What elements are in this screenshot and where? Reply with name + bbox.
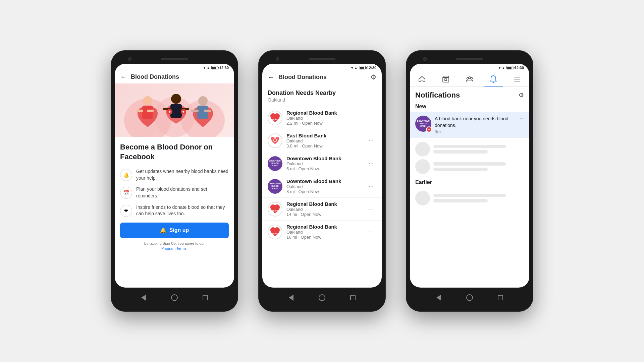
more-options-1[interactable]: ··· <box>366 136 376 145</box>
svg-rect-6 <box>147 110 154 112</box>
phone-3-camera <box>423 57 427 61</box>
bank-distance-0: 2.2 mi · Open Now <box>286 121 323 126</box>
back-button-1[interactable]: ← <box>120 73 127 81</box>
bank-details-0: Oakland 2.2 mi · Open Now <box>286 116 362 126</box>
svg-rect-24 <box>443 77 449 82</box>
bank-name-5: Regional Blood Bank <box>286 224 362 230</box>
more-options-3[interactable]: ··· <box>366 181 376 191</box>
bank-location-0: Oakland <box>286 116 303 121</box>
svg-point-21 <box>274 139 276 141</box>
screen2-title: Blood Donations <box>278 74 327 81</box>
back-button-2[interactable]: ← <box>268 73 274 81</box>
home-circle-icon-3 <box>466 294 473 301</box>
wifi-icon: ▾ <box>204 66 205 70</box>
notification-item[interactable]: DOWNTOWNBLOODBANK ♥ A blood bank near yo… <box>410 112 529 138</box>
more-options-5[interactable]: ··· <box>366 227 376 237</box>
bank-item-0[interactable]: Regional Regional Blood Bank Oakland 2.2… <box>262 107 382 129</box>
new-label: New <box>410 102 529 112</box>
phone-1-camera <box>128 57 131 61</box>
home-nav-btn-3[interactable] <box>466 294 474 302</box>
bank-info-0: Regional Blood Bank Oakland 2.2 mi · Ope… <box>286 110 362 126</box>
nav-menu-icon[interactable] <box>508 73 527 85</box>
screen1-content: Become a Blood Donor on Facebook 🔔 Get u… <box>115 137 234 288</box>
notification-badge: ♥ <box>426 126 432 132</box>
bank-location-1: Oakland <box>286 138 303 143</box>
nav-notifications-icon[interactable] <box>484 73 503 85</box>
svg-rect-12 <box>197 106 208 119</box>
recents-nav-btn[interactable] <box>201 294 209 302</box>
back-nav-btn-2[interactable] <box>287 294 295 302</box>
back-triangle-icon <box>141 295 146 301</box>
bank-name-0: Regional Blood Bank <box>286 110 362 116</box>
screen2-content: Donation Needs Nearby Oakland Regional R… <box>262 84 382 288</box>
bank-item-5[interactable]: Regional Regional Blood Bank Oakland 16 … <box>262 221 382 243</box>
bank-info-3: Downtown Blood Bank Oakland 8 mi · Open … <box>286 178 362 194</box>
back-nav-btn-3[interactable] <box>435 294 443 302</box>
battery-fill <box>212 67 216 69</box>
notifications-gear-icon[interactable]: ⚙ <box>519 92 524 99</box>
bank-details-2: Oakland 5 mi · Open Now <box>286 161 362 171</box>
bank-name-4: Regional Blood Bank <box>286 201 362 207</box>
nav-home-icon[interactable] <box>413 73 431 85</box>
bank-item-3[interactable]: DOWNTOWNBLOODBANK Downtown Blood Bank Oa… <box>262 175 382 198</box>
svg-rect-4 <box>142 106 153 119</box>
screen3-navbar <box>410 70 529 87</box>
skeleton-line-1a <box>433 145 506 148</box>
skeleton-lines-1 <box>433 145 524 154</box>
bank-logo-2: DOWNTOWNBLOODBANK <box>268 156 282 171</box>
skeleton-item-1 <box>415 142 524 157</box>
skeleton-section-1 <box>410 138 529 178</box>
phone-1-top-bar <box>115 54 234 64</box>
status-bar-3: ▾ ▲ 12:30 <box>410 64 529 70</box>
bank-item-4[interactable]: Regional Regional Blood Bank Oakland 14 … <box>262 198 382 221</box>
skeleton-line-2b <box>433 168 488 171</box>
status-bar-2: ▾ ▲ 12:30 <box>262 64 382 70</box>
terms-link[interactable]: Program Terms. <box>161 246 187 250</box>
bank-info-1: East Blood Bank Oakland 3.8 mi · Open No… <box>286 133 362 148</box>
recents-nav-btn-2[interactable] <box>349 294 357 302</box>
skeleton-lines-2 <box>433 162 524 171</box>
phone-1-speaker <box>161 58 188 60</box>
svg-text:Regional: Regional <box>270 209 280 212</box>
feature-item-1: 🔔 Get updates when nearby blood banks ne… <box>120 168 229 181</box>
phone-2-camera <box>276 57 279 61</box>
signal-icon-2: ▲ <box>354 66 358 70</box>
nav-groups-icon[interactable] <box>460 73 479 85</box>
bank-item-1[interactable]: East Blood Bank Oakland 3.8 mi · Open No… <box>262 129 382 152</box>
svg-rect-5 <box>136 110 143 112</box>
skeleton-item-2 <box>415 159 524 174</box>
feature-item-2: 📅 Plan your blood donations and set remi… <box>120 186 229 199</box>
nav-store-icon[interactable] <box>436 73 455 85</box>
signup-label: Sign up <box>169 227 189 233</box>
bank-location-2: Oakland <box>286 161 303 166</box>
back-triangle-icon-2 <box>289 295 293 301</box>
skeleton-line-2a <box>433 162 506 166</box>
bank-details-3: Oakland 8 mi · Open Now <box>286 184 362 194</box>
phone-1-bottom-bar <box>115 288 234 308</box>
signup-button[interactable]: 🔔 Sign up <box>120 223 229 238</box>
phone-1-screen: ▾ ▲ 12:30 ← Blood Donations <box>115 64 234 288</box>
notif-more-options[interactable]: ··· <box>520 116 524 122</box>
more-options-0[interactable]: ··· <box>366 113 376 123</box>
more-options-2[interactable]: ··· <box>366 159 376 168</box>
bank-item-2[interactable]: DOWNTOWNBLOODBANK Downtown Blood Bank Oa… <box>262 152 382 175</box>
home-nav-btn-2[interactable] <box>318 294 326 302</box>
status-icons-1: ▾ ▲ 12:30 <box>204 66 229 70</box>
bank-name-2: Downtown Blood Bank <box>286 156 362 161</box>
settings-gear-icon[interactable]: ⚙ <box>370 73 376 81</box>
recents-nav-btn-3[interactable] <box>496 294 504 302</box>
more-options-4[interactable]: ··· <box>366 204 376 214</box>
section-heading: Donation Needs Nearby <box>262 89 382 97</box>
bank-distance-4: 14 mi · Open Now <box>286 212 321 217</box>
skeleton-circle-1 <box>415 142 430 157</box>
svg-text:♥: ♥ <box>169 110 171 114</box>
svg-rect-13 <box>191 110 199 112</box>
home-nav-btn[interactable] <box>170 294 178 302</box>
bank-logo-0: Regional <box>268 111 282 125</box>
notifications-title: Notifications <box>415 91 460 100</box>
feature-text-1: Get updates when nearby blood banks need… <box>136 168 229 181</box>
recents-square-icon <box>203 295 208 300</box>
signal-icon: ▲ <box>207 66 210 70</box>
back-nav-btn[interactable] <box>140 294 148 302</box>
status-time-2: 12:30 <box>367 66 376 70</box>
